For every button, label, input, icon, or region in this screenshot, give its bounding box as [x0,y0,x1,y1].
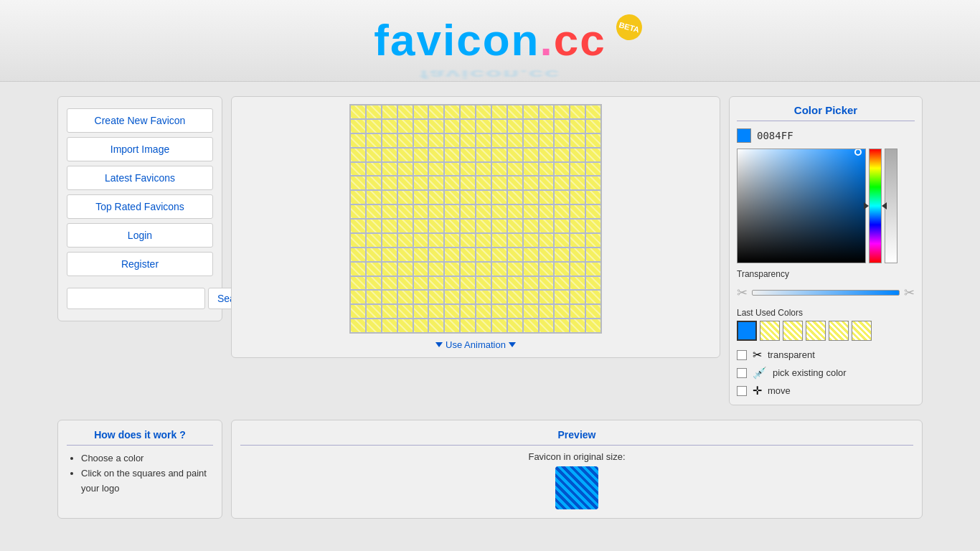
canvas-cell[interactable] [507,276,523,291]
canvas-cell[interactable] [444,176,460,190]
canvas-cell[interactable] [428,105,444,119]
canvas-cell[interactable] [460,262,476,276]
canvas-cell[interactable] [554,204,570,219]
canvas-cell[interactable] [523,319,539,333]
canvas-cell[interactable] [397,319,413,333]
canvas-cell[interactable] [523,133,539,148]
canvas-cell[interactable] [523,290,539,304]
canvas-cell[interactable] [554,219,570,233]
canvas-cell[interactable] [350,204,366,219]
canvas-cell[interactable] [460,176,476,190]
canvas-cell[interactable] [539,148,555,162]
canvas-cell[interactable] [413,133,429,148]
canvas-cell[interactable] [507,248,523,262]
animation-bar[interactable]: Use Animation [435,339,516,350]
canvas-cell[interactable] [350,148,366,162]
canvas-cell[interactable] [428,248,444,262]
canvas-cell[interactable] [382,319,397,333]
canvas-cell[interactable] [460,119,476,133]
canvas-cell[interactable] [523,119,539,133]
canvas-cell[interactable] [539,304,555,319]
move-checkbox[interactable] [737,386,747,396]
canvas-cell[interactable] [350,219,366,233]
login-button[interactable]: Login [67,223,213,248]
canvas-cell[interactable] [523,248,539,262]
canvas-cell[interactable] [350,233,366,248]
canvas-cell[interactable] [523,276,539,291]
canvas-cell[interactable] [350,190,366,204]
canvas-cell[interactable] [523,190,539,204]
canvas-cell[interactable] [539,119,555,133]
canvas-cell[interactable] [523,162,539,176]
canvas-cell[interactable] [554,304,570,319]
last-color-2[interactable] [783,321,803,341]
canvas-cell[interactable] [366,105,382,119]
canvas-cell[interactable] [507,105,523,119]
canvas-cell[interactable] [491,276,507,291]
canvas-cell[interactable] [460,233,476,248]
canvas-cell[interactable] [554,233,570,248]
canvas-cell[interactable] [585,133,601,148]
current-color-swatch[interactable] [737,128,751,143]
canvas-cell[interactable] [428,262,444,276]
canvas-cell[interactable] [382,133,397,148]
canvas-cell[interactable] [397,219,413,233]
canvas-cell[interactable] [476,133,491,148]
canvas-cell[interactable] [350,133,366,148]
canvas-cell[interactable] [413,290,429,304]
canvas-cell[interactable] [570,176,585,190]
canvas-cell[interactable] [366,262,382,276]
canvas-cell[interactable] [507,148,523,162]
canvas-cell[interactable] [570,290,585,304]
canvas-cell[interactable] [366,233,382,248]
canvas-cell[interactable] [366,290,382,304]
canvas-cell[interactable] [523,304,539,319]
canvas-cell[interactable] [585,233,601,248]
canvas-cell[interactable] [491,290,507,304]
canvas-cell[interactable] [476,248,491,262]
canvas-cell[interactable] [413,176,429,190]
canvas-cell[interactable] [413,219,429,233]
canvas-cell[interactable] [460,319,476,333]
canvas-cell[interactable] [366,219,382,233]
canvas-cell[interactable] [476,219,491,233]
canvas-cell[interactable] [366,248,382,262]
last-color-5[interactable] [852,321,872,341]
canvas-cell[interactable] [570,190,585,204]
canvas-cell[interactable] [585,190,601,204]
canvas-cell[interactable] [491,176,507,190]
canvas-cell[interactable] [539,276,555,291]
canvas-cell[interactable] [539,176,555,190]
canvas-cell[interactable] [350,276,366,291]
canvas-cell[interactable] [460,276,476,291]
canvas-cell[interactable] [428,176,444,190]
canvas-cell[interactable] [570,162,585,176]
canvas-cell[interactable] [539,319,555,333]
canvas-cell[interactable] [585,304,601,319]
canvas-cell[interactable] [491,233,507,248]
canvas-cell[interactable] [554,176,570,190]
pick-color-checkbox[interactable] [737,368,747,378]
canvas-cell[interactable] [444,290,460,304]
canvas-cell[interactable] [397,233,413,248]
canvas-cell[interactable] [382,119,397,133]
canvas-cell[interactable] [491,190,507,204]
canvas-cell[interactable] [507,190,523,204]
canvas-cell[interactable] [444,262,460,276]
last-color-4[interactable] [829,321,849,341]
canvas-cell[interactable] [491,319,507,333]
canvas-cell[interactable] [476,262,491,276]
canvas-cell[interactable] [523,204,539,219]
canvas-cell[interactable] [539,204,555,219]
canvas-cell[interactable] [585,319,601,333]
canvas-cell[interactable] [539,233,555,248]
canvas-cell[interactable] [382,105,397,119]
canvas-cell[interactable] [554,190,570,204]
canvas-cell[interactable] [539,105,555,119]
canvas-cell[interactable] [523,219,539,233]
canvas-cell[interactable] [491,219,507,233]
canvas-cell[interactable] [554,119,570,133]
canvas-cell[interactable] [350,248,366,262]
import-image-button[interactable]: Import Image [67,137,213,161]
canvas-cell[interactable] [382,148,397,162]
